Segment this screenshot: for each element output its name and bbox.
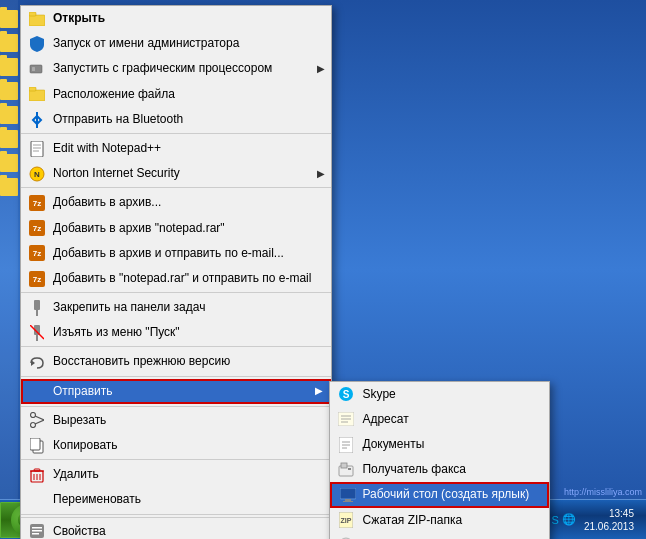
menu-item-open[interactable]: Открыть	[21, 6, 331, 31]
submenu-item-documents[interactable]: Документы	[330, 432, 549, 457]
svg-rect-2	[30, 65, 42, 73]
undo-icon	[27, 353, 47, 373]
svg-text:7z: 7z	[33, 275, 41, 284]
submenu-item-address[interactable]: Адресат	[330, 407, 549, 432]
documents-icon	[336, 435, 356, 455]
svg-point-46	[31, 412, 36, 417]
bluetooth-icon	[27, 110, 47, 130]
address-icon	[336, 409, 356, 429]
svg-line-49	[35, 420, 44, 424]
svg-rect-60	[32, 530, 42, 532]
scissors-icon	[27, 410, 47, 430]
svg-rect-40	[345, 499, 351, 501]
svg-rect-54	[34, 469, 40, 471]
7zip-icon-2: 7z	[27, 218, 47, 238]
menu-item-location[interactable]: Расположение файла	[21, 82, 331, 107]
send-submenu: S Skype Адресат	[329, 381, 550, 539]
menu-item-cut[interactable]: Вырезать	[21, 406, 331, 433]
svg-rect-5	[29, 87, 36, 91]
svg-rect-0	[29, 15, 45, 26]
menu-item-notepad[interactable]: Edit with Notepad++	[21, 136, 331, 161]
left-folder-8	[0, 178, 18, 196]
submenu-item-desktop[interactable]: Рабочий стол (создать ярлык)	[330, 482, 549, 507]
svg-text:7z: 7z	[33, 224, 41, 233]
left-folder-3	[0, 58, 18, 76]
svg-point-47	[31, 422, 36, 427]
submenu-arrow-gpu: ▶	[317, 61, 325, 77]
dvd-icon	[336, 535, 356, 539]
left-icon-strip	[0, 0, 18, 499]
left-folder-2	[0, 34, 18, 52]
left-folder-6	[0, 130, 18, 148]
menu-item-rename[interactable]: Переименовать	[21, 487, 331, 514]
location-folder-icon	[27, 84, 47, 104]
menu-item-run-admin[interactable]: Запуск от имени администратора	[21, 31, 331, 56]
left-folder-4	[0, 82, 18, 100]
menu-item-send[interactable]: Отправить ▶ S Skype	[21, 379, 331, 404]
url-display: http://missliliya.com	[564, 487, 642, 497]
svg-rect-59	[32, 527, 42, 529]
svg-rect-61	[32, 533, 39, 535]
clock: 13:45 21.06.2013	[580, 507, 638, 533]
svg-text:7z: 7z	[33, 249, 41, 258]
menu-item-copy[interactable]: Копировать	[21, 433, 331, 460]
7zip-icon-4: 7z	[27, 269, 47, 289]
properties-icon	[27, 521, 47, 539]
tray-icon-6[interactable]: 🌐	[562, 513, 576, 526]
fax-icon	[336, 460, 356, 480]
svg-rect-20	[34, 300, 40, 310]
folder-icon	[27, 9, 47, 29]
pin-remove-icon	[27, 323, 47, 343]
submenu-item-fax[interactable]: Получатель факса	[330, 457, 549, 482]
menu-item-add-email[interactable]: 7z Добавить в архив и отправить по e-mai…	[21, 241, 331, 266]
submenu-arrow-norton: ▶	[317, 166, 325, 182]
svg-rect-51	[30, 438, 40, 450]
submenu-item-zip[interactable]: ZIP Сжатая ZIP-папка	[330, 508, 549, 533]
gpu-icon	[27, 59, 47, 79]
desktop: Открыть Запуск от имени администратора З…	[0, 0, 646, 539]
svg-rect-37	[341, 463, 347, 468]
svg-rect-1	[29, 12, 36, 16]
svg-text:N: N	[34, 170, 40, 179]
svg-text:7z: 7z	[33, 199, 41, 208]
submenu-item-skype[interactable]: S Skype	[330, 382, 549, 407]
left-folder-5	[0, 106, 18, 124]
pin-icon	[27, 298, 47, 318]
desktop-icon	[338, 485, 358, 505]
svg-rect-6	[31, 141, 43, 157]
zip-icon: ZIP	[336, 510, 356, 530]
menu-item-add-archive[interactable]: 7z Добавить в архив...	[21, 190, 331, 215]
norton-icon: N	[27, 164, 47, 184]
submenu-arrow-send: ▶	[315, 383, 323, 399]
svg-marker-25	[31, 360, 35, 366]
left-folder-1	[0, 10, 18, 28]
menu-item-run-gpu[interactable]: Запустить с графическим процессором ▶	[21, 56, 331, 81]
svg-text:ZIP: ZIP	[341, 517, 352, 524]
copy-icon	[27, 436, 47, 456]
7zip-icon-1: 7z	[27, 193, 47, 213]
svg-rect-41	[343, 501, 353, 502]
menu-item-restore[interactable]: Восстановить прежнюю версию	[21, 349, 331, 376]
svg-text:S: S	[343, 389, 350, 400]
svg-rect-4	[29, 90, 45, 101]
notepad-icon	[27, 139, 47, 159]
menu-item-remove-start[interactable]: Изъять из меню "Пуск"	[21, 320, 331, 347]
menu-item-bluetooth[interactable]: Отправить на Bluetooth	[21, 107, 331, 134]
menu-item-norton[interactable]: N Norton Internet Security ▶	[21, 161, 331, 188]
menu-item-add-notepad-rar[interactable]: 7z Добавить в архив "notepad.rar"	[21, 216, 331, 241]
skype-icon: S	[336, 384, 356, 404]
shield-icon	[27, 34, 47, 54]
submenu-item-dvd[interactable]: DVD RW дисковод (E:)	[330, 533, 549, 539]
menu-item-add-notepad-email[interactable]: 7z Добавить в "notepad.rar" и отправить …	[21, 266, 331, 293]
menu-item-properties[interactable]: Свойства	[21, 517, 331, 539]
context-menu: Открыть Запуск от имени администратора З…	[20, 5, 332, 539]
svg-rect-38	[348, 468, 351, 470]
svg-line-48	[35, 416, 44, 420]
menu-item-delete[interactable]: Удалить	[21, 462, 331, 487]
delete-icon	[27, 465, 47, 485]
svg-rect-3	[32, 67, 35, 71]
7zip-icon-3: 7z	[27, 243, 47, 263]
svg-rect-39	[340, 488, 356, 499]
menu-item-pin-taskbar[interactable]: Закрепить на панели задач	[21, 295, 331, 320]
tray-icon-5[interactable]: S	[552, 514, 559, 526]
